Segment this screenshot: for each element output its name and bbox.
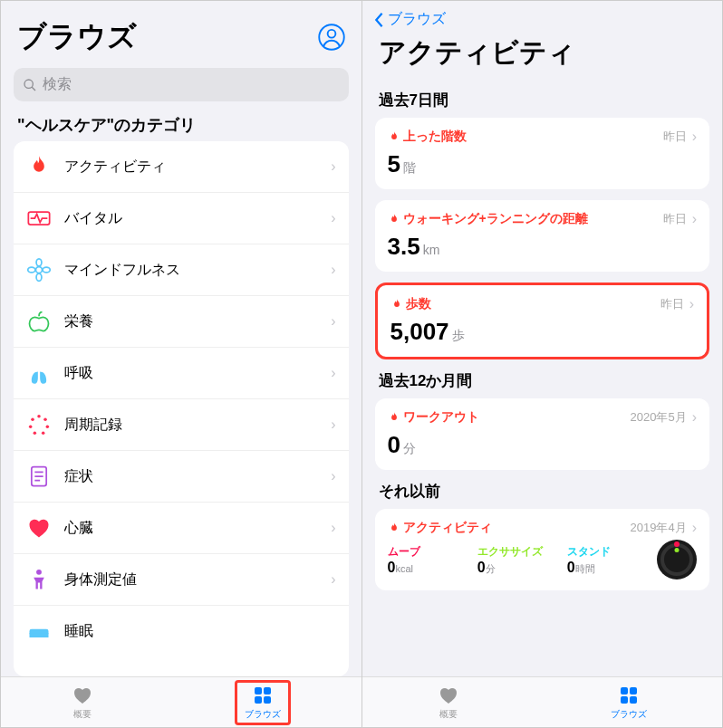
card-date: 2019年4月 [631,520,687,536]
exercise-label: エクササイズ [477,544,556,560]
left-phone-browse: ブラウズ 検索 "ヘルスケア"のカテゴリ アクティビティ › バイタル › マイ… [0,0,362,728]
back-button[interactable]: ブラウズ [362,1,723,31]
search-icon [23,78,37,92]
chevron-right-icon: › [331,210,335,226]
svg-point-2 [24,80,33,88]
body-icon [26,567,52,592]
svg-point-11 [43,417,47,421]
heart-icon [438,685,459,706]
card-date: 昨日 [660,296,684,312]
svg-point-5 [36,267,43,273]
chevron-right-icon: › [331,262,335,278]
card-value: 3.5 [388,233,420,261]
search-input[interactable]: 検索 [14,68,349,101]
row-label: 呼吸 [64,364,331,383]
row-label: マインドフルネス [64,261,331,280]
tab-browse[interactable]: ブラウズ [611,685,647,721]
chevron-right-icon: › [692,409,697,426]
tab-summary[interactable]: 概要 [72,685,93,721]
card-activity-rings[interactable]: アクティビティ 2019年4月 › ムーブ 0kcal エクササイズ 0分 スタ… [375,509,710,590]
header: ブラウズ [1,1,362,62]
back-label: ブラウズ [388,10,446,29]
search-placeholder: 検索 [43,75,72,94]
page-title: アクティビティ [362,31,723,81]
tab-label: ブラウズ [611,708,647,721]
vitals-icon [26,206,52,231]
chevron-right-icon: › [331,313,335,330]
card-workout[interactable]: ワークアウト 2020年5月 › 0分 [375,398,710,470]
stand-label: スタンド [567,544,646,560]
right-phone-activity: ブラウズ アクティビティ 過去7日間 上った階数 昨日 › 5階 ウォーキング+… [362,0,724,728]
tab-bar: 概要 ブラウズ [362,676,723,727]
tab-summary[interactable]: 概要 [438,685,459,721]
tab-browse[interactable]: ブラウズ [235,680,291,725]
svg-point-10 [37,415,41,418]
tab-label: ブラウズ [245,708,281,721]
svg-point-8 [28,267,35,273]
row-label: 身体測定値 [64,570,331,589]
content-scroll: 過去7日間 上った階数 昨日 › 5階 ウォーキング+ランニングの距離 昨日 ›… [362,81,723,676]
row-label: 心臓 [64,519,331,538]
row-mindfulness[interactable]: マインドフルネス › [14,244,349,296]
row-heart[interactable]: 心臓 › [14,503,349,554]
chevron-right-icon: › [692,129,697,145]
card-date: 昨日 [663,211,687,227]
row-nutrition[interactable]: 栄養 › [14,296,349,348]
row-label: 睡眠 [64,622,336,641]
profile-icon[interactable] [318,24,345,51]
row-cycle[interactable]: 周期記録 › [14,399,349,451]
card-unit: 階 [403,160,416,177]
svg-point-12 [46,426,50,429]
stand-unit: 時間 [575,563,595,574]
move-label: ムーブ [388,544,467,560]
category-list: アクティビティ › バイタル › マインドフルネス › 栄養 › 呼吸 › 周期… [14,141,349,676]
svg-rect-25 [264,687,271,694]
clipboard-icon [26,464,52,489]
svg-point-15 [29,426,33,429]
page-title: ブラウズ [17,17,137,57]
svg-point-7 [36,273,42,281]
chevron-right-icon: › [331,417,335,433]
section-heading: "ヘルスケア"のカテゴリ [1,114,362,141]
svg-point-16 [31,417,34,421]
row-body[interactable]: 身体測定値 › [14,554,349,606]
tab-bar: 概要 ブラウズ [1,676,362,727]
svg-point-13 [42,432,45,436]
move-unit: kcal [395,563,413,574]
row-sleep[interactable]: 睡眠 [14,606,349,656]
card-steps[interactable]: 歩数 昨日 › 5,007歩 [375,283,710,359]
flame-icon [388,411,400,424]
card-unit: km [423,243,440,257]
card-date: 2020年5月 [631,409,687,426]
card-distance[interactable]: ウォーキング+ランニングの距離 昨日 › 3.5km [375,200,710,272]
card-title: 上った階数 [403,129,663,145]
row-respiratory[interactable]: 呼吸 › [14,348,349,399]
row-activity[interactable]: アクティビティ › [14,141,349,193]
row-symptoms[interactable]: 症状 › [14,451,349,503]
section-12months: 過去12か月間 [379,370,707,391]
card-floors[interactable]: 上った階数 昨日 › 5階 [375,118,710,189]
svg-rect-24 [255,687,262,694]
svg-rect-26 [255,696,262,704]
svg-point-14 [34,432,37,436]
grid-icon [618,685,640,706]
exercise-unit: 分 [486,563,496,574]
activity-rings-icon [657,540,697,580]
flame-icon [390,298,403,311]
svg-point-6 [36,259,42,266]
svg-point-1 [327,30,335,38]
row-label: バイタル [64,209,331,228]
cycle-icon [26,412,52,437]
chevron-right-icon: › [331,468,335,484]
chevron-left-icon [373,12,384,28]
bed-icon [26,618,52,644]
card-title: ウォーキング+ランニングの距離 [403,211,663,227]
card-unit: 歩 [452,328,465,344]
row-vitals[interactable]: バイタル › [14,193,349,244]
svg-point-21 [36,570,42,575]
card-value: 0 [388,431,400,459]
heart-icon [72,685,93,706]
heart-icon [26,515,52,541]
flame-icon [388,130,400,143]
flame-icon [388,522,400,534]
